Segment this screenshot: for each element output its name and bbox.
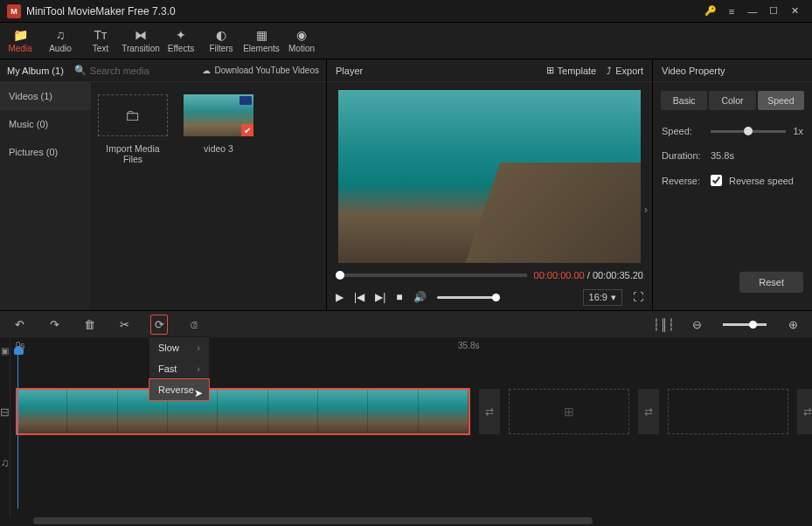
folder-icon: 🗀 xyxy=(125,107,141,125)
minimize-icon[interactable]: ― xyxy=(742,1,763,22)
music-icon: ♫ xyxy=(56,28,66,42)
export-icon: ⤴ xyxy=(607,66,612,76)
aspect-ratio-select[interactable]: 16:9▾ xyxy=(583,289,622,306)
motion-icon: ◉ xyxy=(296,28,307,42)
volume-icon[interactable]: 🔊 xyxy=(413,291,427,303)
duration-value: 35.8s xyxy=(711,150,734,161)
media-thumbnail-video3[interactable]: ✔ video 3 xyxy=(184,94,253,154)
search-icon: 🔍 xyxy=(74,65,87,76)
tab-speed[interactable]: Speed xyxy=(758,91,804,110)
empty-clip-slot[interactable]: ⊞ xyxy=(509,389,629,434)
reset-button[interactable]: Reset xyxy=(739,272,803,293)
speed-menu-button[interactable]: ⟳ xyxy=(150,315,168,335)
zoom-out-button[interactable]: ⊖ xyxy=(688,318,705,331)
reverse-label: Reverse: xyxy=(662,176,704,186)
chevron-down-icon: ▾ xyxy=(611,292,616,303)
speed-slider[interactable] xyxy=(711,130,786,133)
tab-elements[interactable]: ▦Elements xyxy=(241,23,281,59)
zoom-slider[interactable] xyxy=(723,323,767,326)
category-pictures[interactable]: Pictures (0) xyxy=(0,138,91,166)
transition-slot[interactable]: ⇄ xyxy=(479,389,500,434)
chevron-right-icon: › xyxy=(197,343,200,353)
tab-basic[interactable]: Basic xyxy=(661,91,707,110)
chevron-right-icon: › xyxy=(197,363,200,374)
download-youtube-button[interactable]: ☁Download YouTube Videos xyxy=(202,66,319,75)
timeline-ruler[interactable]: 0s 35.8s xyxy=(10,337,812,363)
crop-button[interactable]: ⟃ xyxy=(185,318,203,331)
reverse-checkbox[interactable] xyxy=(711,175,722,186)
collapse-panel-button[interactable]: › xyxy=(644,204,648,216)
split-button[interactable]: ✂ xyxy=(115,318,133,331)
next-button[interactable]: ▶| xyxy=(375,291,385,303)
tab-motion[interactable]: ◉Motion xyxy=(281,23,322,59)
video-preview xyxy=(338,90,641,263)
empty-clip-slot[interactable] xyxy=(668,389,788,434)
search-input[interactable]: 🔍Search media xyxy=(74,65,149,76)
folder-icon: 📁 xyxy=(13,28,28,42)
stop-button[interactable]: ■ xyxy=(396,291,402,303)
export-button[interactable]: ⤴Export xyxy=(607,66,643,76)
video-clip[interactable] xyxy=(16,388,470,435)
speed-value: 1x xyxy=(793,126,803,136)
audio-track[interactable] xyxy=(10,437,812,488)
zoom-in-button[interactable]: ⊕ xyxy=(784,318,802,331)
tab-color[interactable]: Color xyxy=(709,91,755,110)
tab-media[interactable]: 📁Media xyxy=(0,23,40,59)
audio-levels-icon[interactable]: ┆║┆ xyxy=(653,318,670,331)
seek-slider[interactable] xyxy=(336,273,527,277)
cloud-icon: ☁ xyxy=(202,66,211,75)
transition-slot[interactable]: ⇄ xyxy=(638,389,659,434)
tab-filters[interactable]: ◐Filters xyxy=(201,23,241,59)
category-music[interactable]: Music (0) xyxy=(0,110,91,138)
video-track-icon: ⊟ xyxy=(0,386,10,437)
menu-item-slow[interactable]: Slow› xyxy=(149,337,209,358)
key-icon[interactable]: 🔑 xyxy=(700,1,721,22)
layers-icon: ▣ xyxy=(0,337,10,363)
delete-button[interactable]: 🗑 xyxy=(80,318,98,331)
playhead[interactable] xyxy=(17,351,18,509)
template-button[interactable]: ⊞Template xyxy=(546,65,597,76)
category-videos[interactable]: Videos (1) xyxy=(0,82,91,110)
transition-icon: ⧓ xyxy=(135,28,147,42)
menu-icon[interactable]: ≡ xyxy=(721,1,742,22)
duration-label: Duration: xyxy=(662,150,704,161)
effects-icon: ✦ xyxy=(176,28,186,42)
close-icon[interactable]: ✕ xyxy=(784,1,805,22)
undo-button[interactable]: ↶ xyxy=(10,318,28,331)
menu-item-reverse[interactable]: Reverse xyxy=(149,379,209,400)
tab-text[interactable]: TтText xyxy=(80,23,121,59)
fullscreen-button[interactable]: ⛶ xyxy=(633,291,643,303)
volume-slider[interactable] xyxy=(437,296,498,299)
maximize-icon[interactable]: ☐ xyxy=(763,1,784,22)
speed-label: Speed: xyxy=(662,126,704,136)
app-title: MiniTool MovieMaker Free 7.3.0 xyxy=(26,5,700,17)
filters-icon: ◐ xyxy=(216,28,226,42)
speed-dropdown-menu: Slow› Fast› Reverse xyxy=(149,336,210,401)
audio-track-icon: ♫ xyxy=(0,437,10,488)
tab-transition[interactable]: ⧓Transition xyxy=(121,23,161,59)
app-logo: M xyxy=(7,4,21,18)
menu-item-fast[interactable]: Fast› xyxy=(149,358,209,379)
transition-slot[interactable]: ⇄ xyxy=(797,389,812,434)
import-media-button[interactable]: 🗀 Import Media Files xyxy=(98,94,168,164)
timecode: 00:00:00.00 / 00:00:35.20 xyxy=(534,270,643,280)
reverse-checkbox-label: Reverse speed xyxy=(729,176,794,186)
timeline-scrollbar[interactable] xyxy=(0,517,812,526)
album-label[interactable]: My Album (1) xyxy=(7,66,64,76)
tab-effects[interactable]: ✦Effects xyxy=(161,23,201,59)
video-badge-icon xyxy=(239,96,252,105)
play-button[interactable]: ▶ xyxy=(336,291,344,303)
redo-button[interactable]: ↷ xyxy=(45,318,63,331)
video-property-title: Video Property xyxy=(653,59,812,82)
tab-audio[interactable]: ♫Audio xyxy=(40,23,80,59)
prev-button[interactable]: |◀ xyxy=(354,291,364,303)
text-icon: Tт xyxy=(94,28,108,42)
elements-icon: ▦ xyxy=(256,28,267,42)
check-icon: ✔ xyxy=(241,124,253,136)
template-icon: ⊞ xyxy=(546,65,554,76)
player-label: Player xyxy=(336,66,363,76)
